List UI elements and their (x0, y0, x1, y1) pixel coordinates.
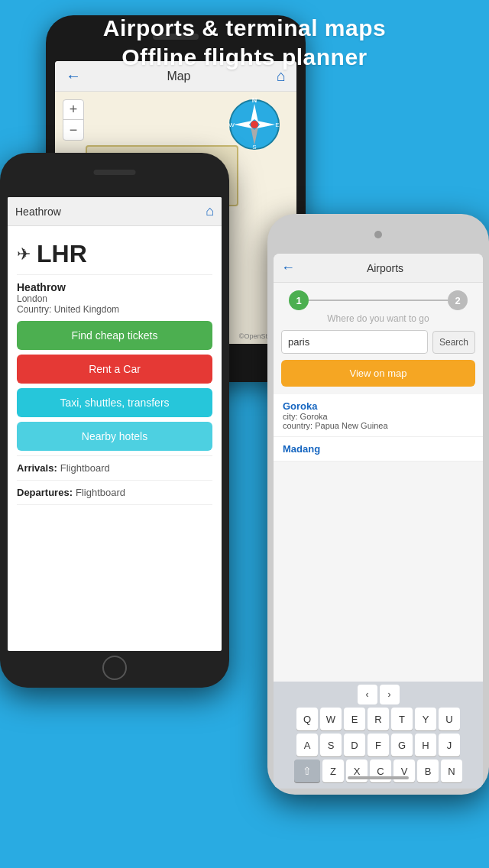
key-n[interactable]: N (441, 760, 462, 782)
kb-left-arrow[interactable]: ‹ (358, 685, 377, 704)
key-q[interactable]: Q (296, 708, 318, 730)
key-z[interactable]: Z (322, 760, 344, 782)
arrivals-label: Arrivals: (17, 462, 57, 474)
step-1-circle: 1 (289, 290, 309, 310)
lhr-body: ✈ LHR Heathrow London Country: United Ki… (8, 226, 222, 505)
app-header: Airports & terminal maps Offline flights… (0, 0, 489, 79)
svg-text:W: W (228, 121, 235, 128)
arrivals-row: Arrivals: Flightboard (17, 456, 212, 481)
key-e[interactable]: E (344, 708, 365, 730)
departures-value[interactable]: Flightboard (76, 487, 125, 498)
zoom-in-button[interactable]: + (63, 100, 83, 120)
key-f[interactable]: F (368, 734, 389, 756)
airport-search-input[interactable] (281, 330, 428, 354)
svg-text:S: S (252, 144, 256, 151)
rent-car-button[interactable]: Rent a Car (17, 355, 212, 384)
header-line2: Offline flights planner (8, 43, 481, 72)
zoom-out-button[interactable]: − (63, 120, 83, 140)
airport-code: LHR (37, 240, 87, 268)
key-r[interactable]: R (368, 708, 389, 730)
lhr-home-icon[interactable]: ⌂ (206, 203, 214, 219)
result-goroka-name: Goroka (283, 400, 474, 412)
keyboard-row-1: Q W E R T Y U (275, 708, 481, 730)
key-g[interactable]: G (391, 734, 413, 756)
right-phone: ← Airports 1 2 Where do you want to go S… (267, 214, 489, 795)
header-line1: Airports & terminal maps (8, 14, 481, 43)
airport-city: London (17, 293, 212, 304)
where-placeholder-text: Where do you want to go (274, 310, 483, 330)
airport-country: Country: United Kingdom (17, 304, 212, 315)
keyboard-row-2: A S D F G H J (275, 734, 481, 756)
left-phone: Heathrow ⌂ ✈ LHR Heathrow London Country… (0, 153, 229, 688)
stepper-row: 1 2 (274, 283, 483, 310)
map-zoom-controls: + − (63, 99, 84, 141)
key-h[interactable]: H (415, 734, 436, 756)
step-2: 2 (448, 290, 468, 310)
step-2-circle: 2 (448, 290, 468, 310)
lhr-flightboard: Arrivals: Flightboard Departures: Flight… (17, 455, 212, 505)
airport-name: Heathrow (17, 281, 212, 293)
arrivals-value[interactable]: Flightboard (60, 462, 110, 474)
kb-right-arrow[interactable]: › (380, 685, 400, 704)
left-phone-home-button[interactable] (102, 656, 127, 680)
airports-back-icon[interactable]: ← (281, 260, 295, 276)
left-phone-speaker (94, 170, 136, 175)
right-phone-camera (374, 231, 382, 238)
svg-text:N: N (252, 98, 257, 104)
result-madang-name: Madang (283, 443, 474, 455)
key-w[interactable]: W (320, 708, 342, 730)
result-goroka-city: city: Goroka (283, 412, 474, 421)
airports-title: Airports (295, 262, 475, 274)
left-phone-screen: Heathrow ⌂ ✈ LHR Heathrow London Country… (8, 197, 222, 651)
svg-point-5 (251, 121, 258, 128)
svg-text:E: E (275, 121, 279, 128)
compass-rose: N S W E (228, 98, 281, 151)
right-phone-home-bar (348, 776, 409, 779)
right-phone-screen: ← Airports 1 2 Where do you want to go S… (274, 254, 483, 789)
key-u[interactable]: U (439, 708, 460, 730)
key-a[interactable]: A (296, 734, 318, 756)
departures-label: Departures: (17, 487, 73, 498)
keyboard: ‹ › Q W E R T Y U A S D F G H J (274, 682, 483, 789)
airports-navbar: ← Airports (274, 254, 483, 283)
departures-row: Departures: Flightboard (17, 481, 212, 505)
key-d[interactable]: D (344, 734, 365, 756)
key-y[interactable]: Y (415, 708, 436, 730)
taxi-button[interactable]: Taxi, shuttles, transfers (17, 388, 212, 417)
result-madang[interactable]: Madang (274, 437, 483, 462)
key-b[interactable]: B (417, 760, 439, 782)
find-tickets-button[interactable]: Find cheap tickets (17, 321, 212, 350)
lhr-action-buttons: Find cheap tickets Rent a Car Taxi, shut… (17, 321, 212, 451)
result-goroka[interactable]: Goroka city: Goroka country: Papua New G… (274, 394, 483, 437)
search-button[interactable]: Search (432, 331, 475, 354)
key-t[interactable]: T (391, 708, 413, 730)
search-row: Search (274, 330, 483, 360)
step-connector (309, 300, 448, 301)
view-on-map-button[interactable]: View on map (281, 360, 475, 387)
lhr-navbar-title: Heathrow (15, 206, 61, 218)
key-s[interactable]: S (320, 734, 342, 756)
lhr-info-row: Heathrow London Country: United Kingdom (17, 275, 212, 316)
shift-key[interactable]: ⇧ (294, 760, 320, 782)
lhr-navbar: Heathrow ⌂ (8, 197, 222, 226)
plane-icon: ✈ (17, 245, 31, 264)
keyboard-arrow-row: ‹ › (275, 685, 481, 704)
lhr-code-row: ✈ LHR (17, 234, 212, 275)
key-j[interactable]: J (439, 734, 460, 756)
step-1: 1 (289, 290, 309, 310)
hotels-button[interactable]: Nearby hotels (17, 422, 212, 451)
result-goroka-country: country: Papua New Guinea (283, 421, 474, 430)
